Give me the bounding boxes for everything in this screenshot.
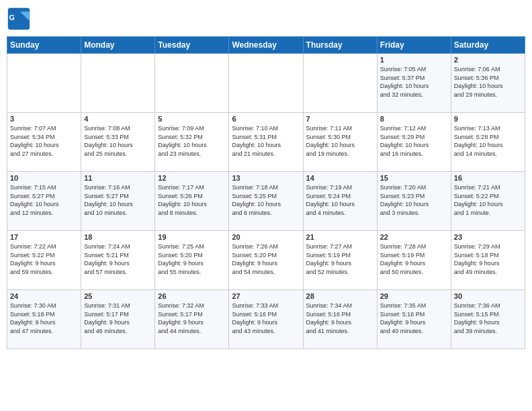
calendar-week-2: 10Sunrise: 7:15 AMSunset: 5:27 PMDayligh… xyxy=(7,172,525,231)
calendar-cell: 2Sunrise: 7:06 AMSunset: 5:36 PMDaylight… xyxy=(451,54,525,113)
calendar-cell xyxy=(7,54,81,113)
calendar: SundayMondayTuesdayWednesdayThursdayFrid… xyxy=(7,36,525,349)
calendar-cell: 15Sunrise: 7:20 AMSunset: 5:23 PMDayligh… xyxy=(377,172,451,231)
day-number: 1 xyxy=(380,56,448,64)
day-number: 2 xyxy=(454,56,522,64)
day-info: Sunrise: 7:16 AMSunset: 5:27 PMDaylight:… xyxy=(84,183,152,217)
calendar-cell: 24Sunrise: 7:30 AMSunset: 5:18 PMDayligh… xyxy=(7,290,81,349)
calendar-cell: 30Sunrise: 7:36 AMSunset: 5:15 PMDayligh… xyxy=(451,290,525,349)
day-number: 7 xyxy=(306,115,374,123)
calendar-cell xyxy=(229,54,303,113)
day-number: 25 xyxy=(84,292,152,300)
day-number: 16 xyxy=(454,174,522,182)
day-info: Sunrise: 7:26 AMSunset: 5:20 PMDaylight:… xyxy=(232,242,300,276)
svg-text:G: G xyxy=(9,13,15,21)
calendar-week-1: 3Sunrise: 7:07 AMSunset: 5:34 PMDaylight… xyxy=(7,113,525,172)
day-number: 28 xyxy=(306,292,374,300)
calendar-cell: 11Sunrise: 7:16 AMSunset: 5:27 PMDayligh… xyxy=(81,172,155,231)
day-number: 9 xyxy=(454,115,522,123)
day-info: Sunrise: 7:36 AMSunset: 5:15 PMDaylight:… xyxy=(454,302,522,335)
day-info: Sunrise: 7:31 AMSunset: 5:17 PMDaylight:… xyxy=(84,302,152,335)
calendar-cell: 13Sunrise: 7:18 AMSunset: 5:25 PMDayligh… xyxy=(229,172,303,231)
day-number: 18 xyxy=(84,233,152,241)
day-header-thursday: Thursday xyxy=(303,37,377,54)
day-number: 24 xyxy=(10,292,78,300)
calendar-cell: 5Sunrise: 7:09 AMSunset: 5:32 PMDaylight… xyxy=(155,113,229,172)
day-header-monday: Monday xyxy=(81,37,155,54)
day-header-tuesday: Tuesday xyxy=(155,37,229,54)
day-info: Sunrise: 7:10 AMSunset: 5:31 PMDaylight:… xyxy=(232,124,300,158)
calendar-cell xyxy=(155,54,229,113)
calendar-cell xyxy=(303,54,377,113)
day-info: Sunrise: 7:19 AMSunset: 5:24 PMDaylight:… xyxy=(306,183,374,217)
calendar-cell: 29Sunrise: 7:35 AMSunset: 5:16 PMDayligh… xyxy=(377,290,451,349)
day-number: 29 xyxy=(380,292,448,300)
day-info: Sunrise: 7:15 AMSunset: 5:27 PMDaylight:… xyxy=(10,183,78,217)
day-info: Sunrise: 7:21 AMSunset: 5:22 PMDaylight:… xyxy=(454,183,522,217)
calendar-cell: 25Sunrise: 7:31 AMSunset: 5:17 PMDayligh… xyxy=(81,290,155,349)
day-info: Sunrise: 7:07 AMSunset: 5:34 PMDaylight:… xyxy=(10,124,78,158)
day-info: Sunrise: 7:32 AMSunset: 5:17 PMDaylight:… xyxy=(158,302,226,335)
calendar-week-3: 17Sunrise: 7:22 AMSunset: 5:22 PMDayligh… xyxy=(7,231,525,290)
calendar-cell: 8Sunrise: 7:12 AMSunset: 5:29 PMDaylight… xyxy=(377,113,451,172)
calendar-cell: 12Sunrise: 7:17 AMSunset: 5:26 PMDayligh… xyxy=(155,172,229,231)
day-info: Sunrise: 7:11 AMSunset: 5:30 PMDaylight:… xyxy=(306,124,374,158)
day-number: 30 xyxy=(454,292,522,300)
header: G xyxy=(7,7,525,31)
page: G SundayMondayTuesdayWednesdayThursdayFr… xyxy=(0,0,532,411)
calendar-cell: 3Sunrise: 7:07 AMSunset: 5:34 PMDaylight… xyxy=(7,113,81,172)
calendar-cell: 26Sunrise: 7:32 AMSunset: 5:17 PMDayligh… xyxy=(155,290,229,349)
day-info: Sunrise: 7:28 AMSunset: 5:19 PMDaylight:… xyxy=(380,242,448,276)
calendar-cell: 9Sunrise: 7:13 AMSunset: 5:28 PMDaylight… xyxy=(451,113,525,172)
calendar-cell: 20Sunrise: 7:26 AMSunset: 5:20 PMDayligh… xyxy=(229,231,303,290)
day-info: Sunrise: 7:18 AMSunset: 5:25 PMDaylight:… xyxy=(232,183,300,217)
calendar-cell: 27Sunrise: 7:33 AMSunset: 5:16 PMDayligh… xyxy=(229,290,303,349)
day-info: Sunrise: 7:27 AMSunset: 5:19 PMDaylight:… xyxy=(306,242,374,276)
day-number: 19 xyxy=(158,233,226,241)
day-info: Sunrise: 7:09 AMSunset: 5:32 PMDaylight:… xyxy=(158,124,226,158)
day-number: 3 xyxy=(10,115,78,123)
calendar-header-row: SundayMondayTuesdayWednesdayThursdayFrid… xyxy=(7,37,525,54)
calendar-cell: 10Sunrise: 7:15 AMSunset: 5:27 PMDayligh… xyxy=(7,172,81,231)
day-number: 17 xyxy=(10,233,78,241)
day-header-wednesday: Wednesday xyxy=(229,37,303,54)
day-number: 14 xyxy=(306,174,374,182)
day-info: Sunrise: 7:24 AMSunset: 5:21 PMDaylight:… xyxy=(84,242,152,276)
calendar-cell: 6Sunrise: 7:10 AMSunset: 5:31 PMDaylight… xyxy=(229,113,303,172)
day-header-sunday: Sunday xyxy=(7,37,81,54)
day-info: Sunrise: 7:12 AMSunset: 5:29 PMDaylight:… xyxy=(380,124,448,158)
day-number: 15 xyxy=(380,174,448,182)
day-number: 26 xyxy=(158,292,226,300)
day-info: Sunrise: 7:05 AMSunset: 5:37 PMDaylight:… xyxy=(380,65,448,99)
day-info: Sunrise: 7:22 AMSunset: 5:22 PMDaylight:… xyxy=(10,242,78,276)
calendar-cell: 14Sunrise: 7:19 AMSunset: 5:24 PMDayligh… xyxy=(303,172,377,231)
day-number: 12 xyxy=(158,174,226,182)
calendar-cell: 19Sunrise: 7:25 AMSunset: 5:20 PMDayligh… xyxy=(155,231,229,290)
calendar-cell: 1Sunrise: 7:05 AMSunset: 5:37 PMDaylight… xyxy=(377,54,451,113)
day-info: Sunrise: 7:29 AMSunset: 5:18 PMDaylight:… xyxy=(454,242,522,276)
day-info: Sunrise: 7:34 AMSunset: 5:16 PMDaylight:… xyxy=(306,302,374,335)
calendar-cell: 23Sunrise: 7:29 AMSunset: 5:18 PMDayligh… xyxy=(451,231,525,290)
day-info: Sunrise: 7:20 AMSunset: 5:23 PMDaylight:… xyxy=(380,183,448,217)
calendar-cell: 21Sunrise: 7:27 AMSunset: 5:19 PMDayligh… xyxy=(303,231,377,290)
day-info: Sunrise: 7:13 AMSunset: 5:28 PMDaylight:… xyxy=(454,124,522,158)
day-info: Sunrise: 7:30 AMSunset: 5:18 PMDaylight:… xyxy=(10,302,78,335)
logo: G xyxy=(7,7,34,31)
day-info: Sunrise: 7:17 AMSunset: 5:26 PMDaylight:… xyxy=(158,183,226,217)
calendar-cell: 4Sunrise: 7:08 AMSunset: 5:33 PMDaylight… xyxy=(81,113,155,172)
calendar-cell: 17Sunrise: 7:22 AMSunset: 5:22 PMDayligh… xyxy=(7,231,81,290)
calendar-cell xyxy=(81,54,155,113)
calendar-week-4: 24Sunrise: 7:30 AMSunset: 5:18 PMDayligh… xyxy=(7,290,525,349)
day-number: 21 xyxy=(306,233,374,241)
calendar-cell: 16Sunrise: 7:21 AMSunset: 5:22 PMDayligh… xyxy=(451,172,525,231)
day-number: 13 xyxy=(232,174,300,182)
calendar-week-0: 1Sunrise: 7:05 AMSunset: 5:37 PMDaylight… xyxy=(7,54,525,113)
calendar-cell: 28Sunrise: 7:34 AMSunset: 5:16 PMDayligh… xyxy=(303,290,377,349)
calendar-cell: 22Sunrise: 7:28 AMSunset: 5:19 PMDayligh… xyxy=(377,231,451,290)
day-header-friday: Friday xyxy=(377,37,451,54)
day-number: 11 xyxy=(84,174,152,182)
day-info: Sunrise: 7:33 AMSunset: 5:16 PMDaylight:… xyxy=(232,302,300,335)
day-info: Sunrise: 7:35 AMSunset: 5:16 PMDaylight:… xyxy=(380,302,448,335)
day-number: 23 xyxy=(454,233,522,241)
day-number: 22 xyxy=(380,233,448,241)
